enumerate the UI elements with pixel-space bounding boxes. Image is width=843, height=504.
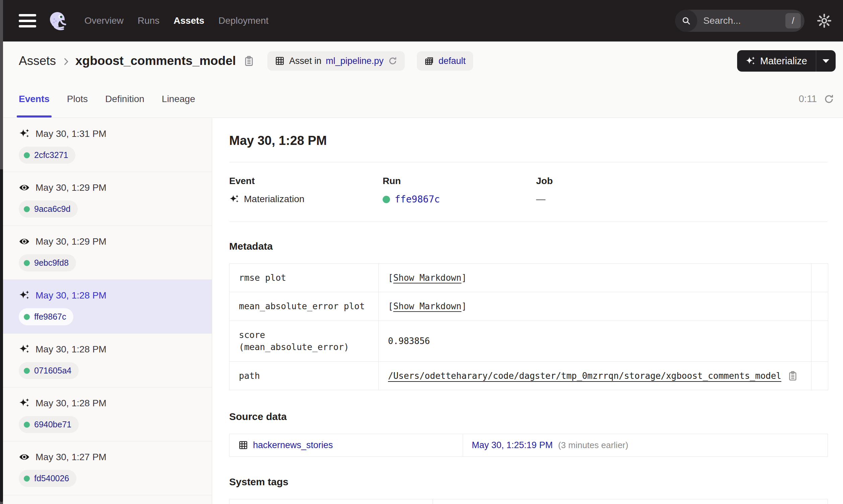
- left-scrollbar-thumb[interactable]: [0, 169, 3, 502]
- code-location-link[interactable]: ml_pipeline.py: [326, 56, 384, 66]
- observation-eye-icon: [19, 451, 30, 463]
- hamburger-menu-icon[interactable]: [19, 14, 36, 28]
- event-timestamp: May 30, 1:28 PM: [35, 344, 106, 355]
- table-row: path /Users/odetteharary/code/dagster/tm…: [229, 361, 828, 390]
- run-tag[interactable]: 071605a4: [19, 362, 79, 379]
- asset-tabs-row: Events Plots Definition Lineage 0:11: [0, 80, 843, 118]
- run-status-dot: [24, 368, 30, 374]
- event-timestamp: May 30, 1:29 PM: [35, 236, 106, 247]
- event-list-item[interactable]: May 30, 1:28 PM 071605a4: [0, 334, 212, 388]
- run-tag[interactable]: 9aca6c9d: [19, 200, 78, 218]
- event-list-item[interactable]: May 30, 1:29 PM 9aca6c9d: [0, 172, 212, 226]
- event-list-item[interactable]: May 30, 1:27 PM fd540026: [0, 442, 212, 495]
- event-detail-panel: May 30, 1:28 PM Event Materialization Ru…: [212, 118, 843, 504]
- tab-lineage[interactable]: Lineage: [162, 80, 195, 118]
- nav-item-deployment[interactable]: Deployment: [219, 15, 269, 26]
- search-input[interactable]: Search... /: [675, 10, 805, 32]
- materialization-sparkle-icon: [19, 398, 30, 409]
- dagster-logo[interactable]: [48, 10, 69, 32]
- refresh-icon[interactable]: [824, 94, 834, 104]
- run-status-dot: [24, 314, 30, 320]
- copy-asset-name-icon[interactable]: [243, 55, 255, 67]
- run-tag[interactable]: fd540026: [19, 470, 76, 487]
- materialize-dropdown-button[interactable]: [816, 50, 836, 72]
- source-timestamp-link[interactable]: May 30, 1:25:19 PM: [472, 440, 553, 450]
- event-timestamp: May 30, 1:27 PM: [35, 452, 106, 463]
- reload-code-location-icon[interactable]: [388, 56, 397, 66]
- materialize-sparkle-icon: [745, 56, 756, 66]
- run-id-link[interactable]: 9ebc9fd8: [34, 258, 69, 268]
- run-id-link[interactable]: 9aca6c9d: [34, 204, 70, 214]
- breadcrumb-chevron-icon: [61, 57, 71, 66]
- metadata-value: 0.983856: [379, 321, 811, 361]
- search-icon: [675, 10, 697, 32]
- nav-item-assets[interactable]: Assets: [174, 15, 204, 26]
- table-row: mean_absolute_error plot [Show Markdown]: [229, 292, 828, 321]
- system-tags-table: code_version ffe9867c-ec9c-4f06-939c-f8d…: [229, 499, 828, 504]
- run-id-link[interactable]: ffe9867c: [395, 194, 440, 205]
- bracket: [: [388, 273, 393, 283]
- tab-plots[interactable]: Plots: [67, 80, 88, 118]
- top-navigation-bar: Overview Runs Assets Deployment Search..…: [0, 0, 843, 41]
- metadata-action-cell: [811, 361, 828, 390]
- metadata-key: mean_absolute_error plot: [229, 292, 379, 321]
- metadata-action-cell: [811, 321, 828, 361]
- breadcrumb-assets-link[interactable]: Assets: [19, 54, 56, 68]
- path-link[interactable]: /Users/odetteharary/code/dagster/tmp_0mz…: [388, 370, 781, 382]
- run-tag[interactable]: 9ebc9fd8: [19, 254, 76, 271]
- metadata-key: path: [229, 361, 379, 390]
- metadata-action-cell: [811, 264, 828, 292]
- event-list-item[interactable]: May 30, 1:28 PM 6940be71: [0, 388, 212, 442]
- event-list-item[interactable]: May 30, 1:29 PM 9ebc9fd8: [0, 226, 212, 280]
- run-tag[interactable]: 6940be71: [19, 416, 79, 433]
- asset-grid-icon: [275, 56, 285, 66]
- materialization-sparkle-icon: [19, 290, 30, 301]
- run-id-link[interactable]: 2cfc3271: [34, 150, 68, 160]
- run-tag[interactable]: ffe9867c: [19, 308, 73, 325]
- divider: [229, 162, 828, 162]
- run-status-dot: [24, 152, 30, 158]
- tab-definition[interactable]: Definition: [105, 80, 144, 118]
- run-status-dot: [383, 196, 390, 203]
- run-status-dot: [24, 475, 30, 482]
- job-column-label: Job: [536, 176, 690, 186]
- repository-chip[interactable]: default: [417, 51, 473, 71]
- run-status-dot: [24, 422, 30, 428]
- run-tag[interactable]: 2cfc3271: [19, 147, 75, 164]
- source-asset-link[interactable]: hackernews_stories: [253, 440, 333, 450]
- gear-icon[interactable]: [816, 13, 832, 29]
- metadata-table: rmse plot [Show Markdown] mean_absolute_…: [229, 264, 828, 390]
- materialize-button[interactable]: Materialize: [737, 50, 836, 72]
- event-type-value: Materialization: [244, 194, 305, 204]
- event-list-item-selected[interactable]: May 30, 1:28 PM ffe9867c: [0, 280, 212, 334]
- system-tags-section-title: System tags: [229, 476, 828, 488]
- show-markdown-link[interactable]: Show Markdown: [393, 301, 462, 311]
- event-list-item[interactable]: May 30, 1:31 PM 2cfc3271: [0, 118, 212, 172]
- search-placeholder: Search...: [703, 15, 741, 26]
- run-id-link[interactable]: 6940be71: [34, 420, 71, 429]
- event-list-sidebar: May 30, 1:31 PM 2cfc3271 May 30, 1:29 PM…: [0, 118, 212, 504]
- run-id-link[interactable]: ffe9867c: [34, 312, 66, 322]
- show-markdown-link[interactable]: Show Markdown: [393, 273, 462, 283]
- nav-item-overview[interactable]: Overview: [84, 15, 124, 26]
- repository-grid-icon: [424, 56, 434, 66]
- run-id-link[interactable]: 071605a4: [34, 366, 71, 376]
- metadata-action-cell: [811, 292, 828, 321]
- source-data-section-title: Source data: [229, 411, 828, 422]
- event-summary-grid: Event Materialization Run ffe9867c Job —: [229, 176, 828, 205]
- primary-nav: Overview Runs Assets Deployment: [84, 15, 269, 26]
- run-id-link[interactable]: fd540026: [34, 473, 69, 483]
- table-row: hackernews_stories May 30, 1:25:19 PM (3…: [229, 434, 828, 456]
- repository-link[interactable]: default: [438, 56, 466, 66]
- code-location-chip[interactable]: Asset in ml_pipeline.py: [268, 51, 405, 71]
- left-scrollbar-track[interactable]: [0, 0, 3, 504]
- system-tag-value: ffe9867c-ec9c-4f06-939c-f8dc830c0962: [433, 499, 828, 504]
- nav-item-runs[interactable]: Runs: [138, 15, 159, 26]
- metadata-key: score (mean_absolute_error): [229, 321, 379, 361]
- tab-events[interactable]: Events: [19, 80, 50, 118]
- table-row: code_version ffe9867c-ec9c-4f06-939c-f8d…: [229, 499, 828, 504]
- copy-path-icon[interactable]: [787, 371, 798, 381]
- event-timestamp: May 30, 1:28 PM: [35, 398, 106, 409]
- table-row: score (mean_absolute_error) 0.983856: [229, 321, 828, 361]
- divider: [229, 221, 828, 222]
